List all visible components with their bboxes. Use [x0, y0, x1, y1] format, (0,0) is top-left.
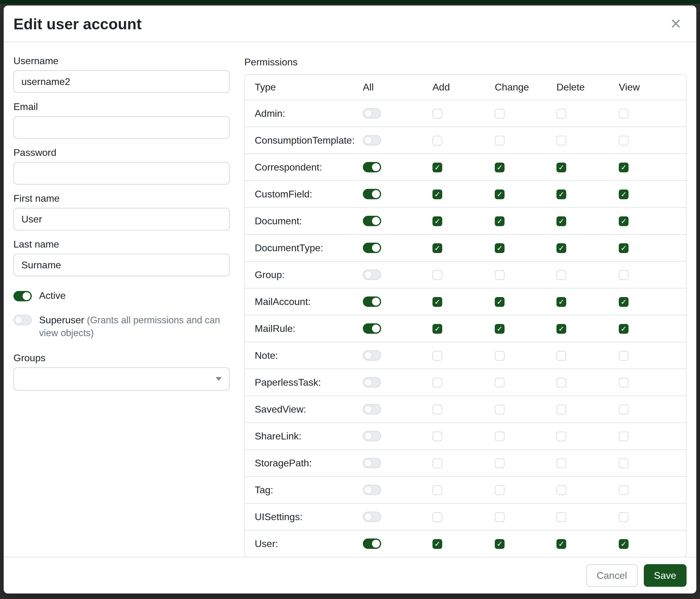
permission-change-checkbox[interactable] [495, 431, 504, 441]
permission-view-checkbox[interactable] [619, 485, 628, 495]
permission-view-checkbox[interactable] [619, 378, 628, 387]
permission-all-toggle[interactable] [363, 189, 381, 199]
permission-add-checkbox[interactable] [432, 404, 442, 414]
permission-change-checkbox[interactable] [495, 297, 504, 307]
permission-change-checkbox[interactable] [495, 404, 504, 414]
permission-change-checkbox[interactable] [495, 189, 504, 199]
permission-all-toggle[interactable] [363, 538, 381, 549]
password-field[interactable] [14, 162, 230, 185]
permission-delete-checkbox[interactable] [556, 189, 566, 199]
permission-view-checkbox[interactable] [619, 270, 628, 280]
permission-all-toggle[interactable] [363, 162, 381, 172]
permission-add-checkbox[interactable] [432, 162, 442, 172]
permission-add-checkbox[interactable] [432, 378, 442, 387]
permission-all-toggle[interactable] [363, 269, 381, 280]
permission-view-checkbox[interactable] [619, 243, 628, 253]
cancel-button[interactable]: Cancel [586, 564, 638, 587]
permission-view-checkbox[interactable] [619, 324, 628, 333]
permission-all-toggle[interactable] [363, 404, 381, 414]
permission-all-toggle[interactable] [363, 135, 381, 145]
permission-delete-checkbox[interactable] [556, 404, 566, 414]
permission-all-toggle[interactable] [363, 511, 381, 522]
permission-change-checkbox[interactable] [495, 136, 504, 145]
permission-change-checkbox[interactable] [495, 270, 504, 280]
username-field[interactable] [14, 70, 230, 93]
permission-change-checkbox[interactable] [495, 162, 504, 172]
permission-add-checkbox[interactable] [432, 216, 442, 226]
permission-delete-checkbox[interactable] [556, 351, 566, 360]
active-toggle[interactable] [14, 291, 32, 301]
permission-all-toggle[interactable] [363, 243, 381, 253]
permission-add-checkbox[interactable] [432, 136, 442, 145]
permission-add-checkbox[interactable] [432, 243, 442, 253]
permission-all-toggle[interactable] [363, 296, 381, 307]
permission-all-toggle[interactable] [363, 324, 381, 334]
permission-add-checkbox[interactable] [432, 458, 442, 468]
column-header-view: View [619, 81, 686, 93]
permission-add-checkbox[interactable] [432, 512, 442, 522]
permission-delete-checkbox[interactable] [556, 162, 566, 172]
permission-delete-checkbox[interactable] [556, 243, 566, 253]
first-name-field[interactable] [14, 208, 230, 231]
permission-view-checkbox[interactable] [619, 431, 628, 441]
permission-change-checkbox[interactable] [495, 216, 504, 226]
permission-delete-checkbox[interactable] [556, 270, 566, 280]
permission-view-checkbox[interactable] [619, 404, 628, 414]
permission-add-checkbox[interactable] [432, 324, 442, 333]
permission-view-checkbox[interactable] [619, 162, 628, 172]
permission-view-checkbox[interactable] [619, 539, 628, 549]
permission-view-checkbox[interactable] [619, 136, 628, 145]
permission-all-toggle[interactable] [363, 108, 381, 119]
permission-add-checkbox[interactable] [432, 189, 442, 199]
groups-select[interactable] [14, 367, 230, 390]
permission-change-checkbox[interactable] [495, 485, 504, 495]
permission-change-checkbox[interactable] [495, 458, 504, 468]
permission-delete-checkbox[interactable] [556, 485, 566, 495]
permission-add-checkbox[interactable] [432, 109, 442, 118]
permission-change-checkbox[interactable] [495, 378, 504, 387]
permission-view-checkbox[interactable] [619, 512, 628, 522]
permission-delete-checkbox[interactable] [556, 539, 566, 549]
permission-delete-checkbox[interactable] [556, 297, 566, 307]
permission-change-checkbox[interactable] [495, 512, 504, 522]
permission-delete-checkbox[interactable] [556, 378, 566, 387]
active-row: Active [14, 289, 230, 302]
permission-delete-checkbox[interactable] [556, 431, 566, 441]
permission-change-checkbox[interactable] [495, 109, 504, 118]
permission-add-checkbox[interactable] [432, 485, 442, 495]
permission-delete-checkbox[interactable] [556, 216, 566, 226]
permission-change-checkbox[interactable] [495, 539, 504, 549]
permission-view-checkbox[interactable] [619, 458, 628, 468]
permission-change-checkbox[interactable] [495, 324, 504, 333]
permission-add-checkbox[interactable] [432, 539, 442, 549]
email-field[interactable] [14, 116, 230, 139]
permission-view-checkbox[interactable] [619, 109, 628, 118]
save-button[interactable]: Save [644, 564, 686, 587]
permission-view-checkbox[interactable] [619, 216, 628, 226]
last-name-field[interactable] [14, 254, 230, 276]
permission-view-checkbox[interactable] [619, 351, 628, 360]
permission-all-toggle[interactable] [363, 458, 381, 468]
permission-add-checkbox[interactable] [432, 297, 442, 307]
permission-change-checkbox[interactable] [495, 243, 504, 253]
permission-all-toggle[interactable] [363, 485, 381, 495]
permission-change-checkbox[interactable] [495, 351, 504, 360]
permission-view-checkbox[interactable] [619, 189, 628, 199]
close-icon[interactable]: ✕ [666, 14, 685, 33]
toggle-knob [364, 110, 372, 117]
permission-delete-checkbox[interactable] [556, 512, 566, 522]
permission-all-toggle[interactable] [363, 431, 381, 441]
permission-delete-checkbox[interactable] [556, 136, 566, 145]
permission-delete-checkbox[interactable] [556, 324, 566, 333]
permission-all-toggle[interactable] [363, 377, 381, 387]
permission-all-toggle[interactable] [363, 216, 381, 226]
permission-view-checkbox[interactable] [619, 297, 628, 307]
permission-add-checkbox[interactable] [432, 431, 442, 441]
permission-delete-checkbox[interactable] [556, 109, 566, 118]
permission-add-checkbox[interactable] [432, 270, 442, 280]
permission-add-checkbox[interactable] [432, 351, 442, 360]
permission-delete-checkbox[interactable] [556, 458, 566, 468]
permission-all-toggle[interactable] [363, 350, 381, 361]
superuser-toggle[interactable] [14, 315, 32, 325]
permission-row: Note: [245, 342, 686, 368]
